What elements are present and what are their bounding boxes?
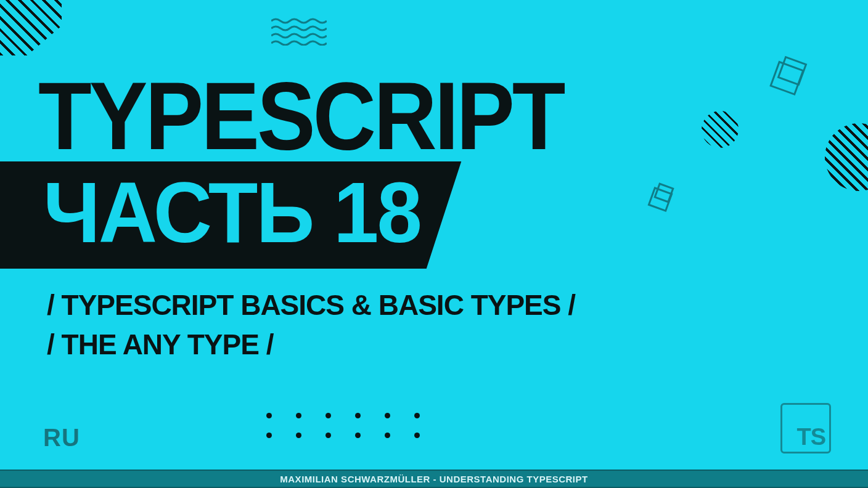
typescript-logo-text: TS <box>796 424 825 450</box>
main-title: TYPESCRIPT <box>38 60 563 171</box>
striped-circle-decoration-small <box>702 111 739 148</box>
square-decoration-small <box>653 182 674 203</box>
subtitle-line-1: / TYPESCRIPT BASICS & BASIC TYPES / <box>47 288 575 322</box>
footer-text: MAXIMILIAN SCHWARZMÜLLER - UNDERSTANDING… <box>280 474 588 484</box>
waves-decoration <box>271 17 327 46</box>
square-decoration <box>777 56 808 86</box>
dot-grid-decoration <box>266 413 420 439</box>
slide: TYPESCRIPT ЧАСТЬ 18 / TYPESCRIPT BASICS … <box>0 0 868 488</box>
striped-circle-decoration <box>825 123 868 191</box>
subtitle-line-2: / THE ANY TYPE / <box>47 328 273 361</box>
diagonal-lines-decoration <box>0 0 62 55</box>
part-label: ЧАСТЬ 18 <box>43 164 420 262</box>
footer-bar: MAXIMILIAN SCHWARZMÜLLER - UNDERSTANDING… <box>0 470 868 488</box>
typescript-logo: TS <box>780 403 831 453</box>
language-label: RU <box>43 424 80 452</box>
